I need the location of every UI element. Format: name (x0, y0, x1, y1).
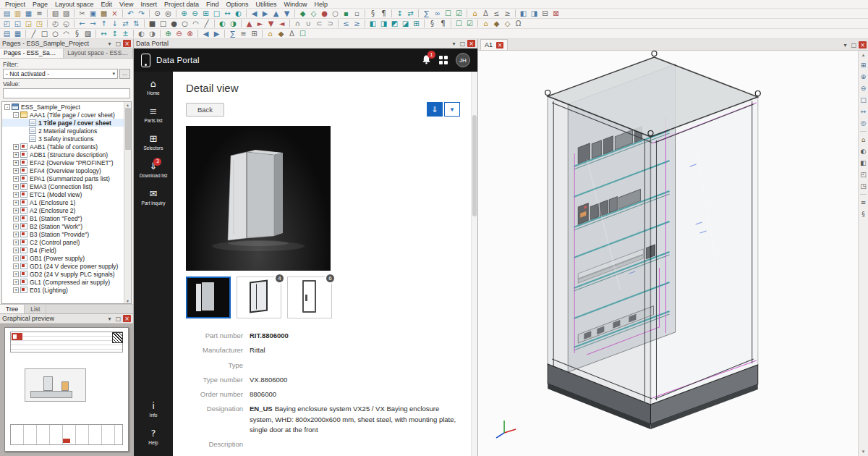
menu-item[interactable]: Options (223, 1, 252, 8)
pan-icon[interactable]: ↔ (222, 9, 233, 18)
text-tool-icon[interactable]: § (72, 29, 82, 38)
hatch-toggle-icon[interactable]: ◑ (228, 19, 239, 28)
tree-item[interactable]: + B3 (Station "Provide") (2, 230, 124, 238)
view-mode-tab[interactable]: Tree (0, 305, 25, 313)
redo-icon[interactable]: ↷ (136, 9, 147, 18)
panel-menu-icon[interactable]: ▾ (106, 40, 114, 47)
background-toggle-icon[interactable]: ◑ (147, 29, 158, 38)
extend-icon[interactable]: ∪ (303, 19, 314, 28)
portal-scrollbar[interactable] (471, 72, 477, 456)
evaluate-icon[interactable]: ∑ (227, 29, 238, 38)
align-right-icon[interactable]: → (88, 19, 98, 28)
insert-device-icon[interactable]: ● (319, 9, 330, 18)
tree-expander[interactable]: + (13, 184, 19, 190)
insert-point-icon[interactable]: ⊕ (163, 29, 174, 38)
hatch-tool-icon[interactable]: ▨ (82, 29, 93, 38)
message-management-icon[interactable]: Δ (480, 9, 491, 18)
rotate-icon[interactable]: ► (255, 19, 265, 28)
tree-item[interactable]: + EMA3 (Connection list) (2, 182, 124, 190)
zoom-in-icon[interactable]: ⊕ (179, 9, 190, 18)
graphic-rectangle-icon[interactable]: ■ (147, 19, 158, 28)
zoom-out-tool-icon[interactable]: ⊖ (859, 84, 868, 93)
notifications-button[interactable]: 1 (422, 54, 431, 66)
properties-icon[interactable]: § (427, 19, 438, 28)
print-icon[interactable]: ▧ (50, 9, 61, 18)
dimension-vertical-icon[interactable]: ↕ (109, 29, 120, 38)
save-icon[interactable]: ▦ (23, 9, 34, 18)
tree-item[interactable]: + EPA1 (Summarized parts list) (2, 174, 124, 182)
view-isometric-icon[interactable]: ◳ (859, 182, 868, 190)
tree-item[interactable]: + B1 (Station "Feed") (2, 214, 124, 222)
scroll-down-icon[interactable]: ▾ (862, 449, 865, 455)
jump-previous-icon[interactable]: ≤ (341, 19, 352, 28)
distribute-vertical-icon[interactable]: ⇅ (131, 19, 142, 28)
zoom-window-icon[interactable]: ⊞ (200, 9, 211, 18)
scale-icon[interactable]: ◄ (276, 19, 287, 28)
view-front-icon[interactable]: ◧ (859, 159, 868, 167)
tree-expander[interactable] (22, 128, 27, 134)
create-symbol-macro-icon[interactable]: ◳ (34, 19, 45, 28)
path-function-text-icon[interactable]: ¶ (378, 9, 389, 18)
multiple-placement-icon[interactable]: ◴ (50, 19, 61, 28)
shading-toggle-icon[interactable]: ◐ (859, 147, 868, 156)
next-marker-icon[interactable]: ≥ (502, 9, 513, 18)
previous-marker-icon[interactable]: ≤ (491, 9, 502, 18)
panel-float-icon[interactable]: □ (459, 40, 467, 47)
chamfer-icon[interactable]: ⊂ (314, 19, 325, 28)
layer-toggle-icon[interactable]: ◐ (136, 29, 147, 38)
menu-item[interactable]: Layout space (51, 1, 98, 8)
view-mode-tab[interactable]: List (25, 305, 46, 313)
tree-item[interactable]: + B2 (Station "Work") (2, 222, 124, 230)
move-icon[interactable]: ▲ (244, 19, 255, 28)
panel-menu-icon[interactable]: ▾ (841, 41, 849, 48)
tree-expander[interactable]: + (13, 287, 19, 293)
menu-item[interactable]: Edit (98, 1, 116, 8)
parts-management-icon[interactable]: ◆ (491, 19, 502, 28)
menu-item[interactable]: Project data (161, 1, 203, 8)
jump-next-icon[interactable]: ≥ (352, 19, 362, 28)
project-new-icon[interactable]: ▤ (1, 9, 12, 18)
tree-item[interactable]: 1 Title page / cover sheet (2, 119, 124, 127)
view-properties-icon[interactable]: § (859, 210, 868, 219)
graphic-new-icon[interactable]: ▤ (1, 29, 12, 38)
graphic-circle-icon[interactable]: ● (169, 19, 179, 28)
menu-item[interactable]: Page (29, 1, 51, 8)
tree-expander[interactable]: - (4, 104, 10, 110)
tree-expander[interactable]: + (13, 271, 19, 277)
menu-item[interactable]: Utilities (252, 1, 281, 8)
tree-expander[interactable]: + (13, 248, 19, 253)
panel-close-icon[interactable]: × (123, 315, 131, 322)
zoom-in-tool-icon[interactable]: ⊕ (859, 72, 868, 81)
fill-toggle-icon[interactable]: ◐ (217, 19, 228, 28)
rectangle-tool-icon[interactable]: □ (39, 29, 50, 38)
tree-item[interactable]: + B4 (Field) (2, 246, 124, 254)
sidebar-item[interactable]: ⌂ Home (134, 79, 173, 96)
paste-icon[interactable]: ▩ (98, 9, 109, 18)
completed-messages-icon[interactable]: ☑ (454, 9, 464, 18)
tree-item[interactable]: + EFA4 (Overview topology) (2, 166, 124, 174)
insert-symbol-icon[interactable]: ◆ (297, 9, 308, 18)
download-button[interactable]: ⇓ (427, 102, 443, 117)
zoom-all-tool-icon[interactable]: □ (859, 96, 868, 104)
graphic-save-icon[interactable]: ▦ (12, 29, 23, 38)
menu-item[interactable]: Project (1, 1, 29, 8)
project-properties-icon[interactable]: ≡ (34, 9, 45, 18)
line-tool-icon[interactable]: ╱ (28, 29, 39, 38)
tree-item[interactable]: + GD1 (24 V device power supply) (2, 262, 124, 270)
product-thumbnail[interactable]: 6 (287, 276, 332, 318)
align-left-icon[interactable]: ← (77, 19, 88, 28)
page-next-icon[interactable]: ▶ (260, 9, 271, 18)
undo-icon[interactable]: ↶ (125, 9, 136, 18)
tree-expander[interactable]: + (13, 224, 19, 229)
insert-window-macro-icon[interactable]: ◰ (1, 19, 12, 28)
tree-item[interactable]: + GB1 (Power supply) (2, 254, 124, 262)
tree-item[interactable]: 3 Safety instructions (2, 135, 124, 143)
sidebar-item[interactable]: ⊞ Selectors (134, 134, 173, 151)
tree-item[interactable]: + ETC1 (Model view) (2, 190, 124, 198)
project-open-icon[interactable]: ▥ (12, 9, 23, 18)
tree-item[interactable]: - ESS_Sample_Project (2, 103, 124, 111)
menu-item[interactable]: Window (281, 1, 311, 8)
symbol-library-icon[interactable]: Ω (513, 19, 524, 28)
page-previous-icon[interactable]: ◀ (249, 9, 260, 18)
find-icon[interactable]: ⊙ (152, 9, 163, 18)
